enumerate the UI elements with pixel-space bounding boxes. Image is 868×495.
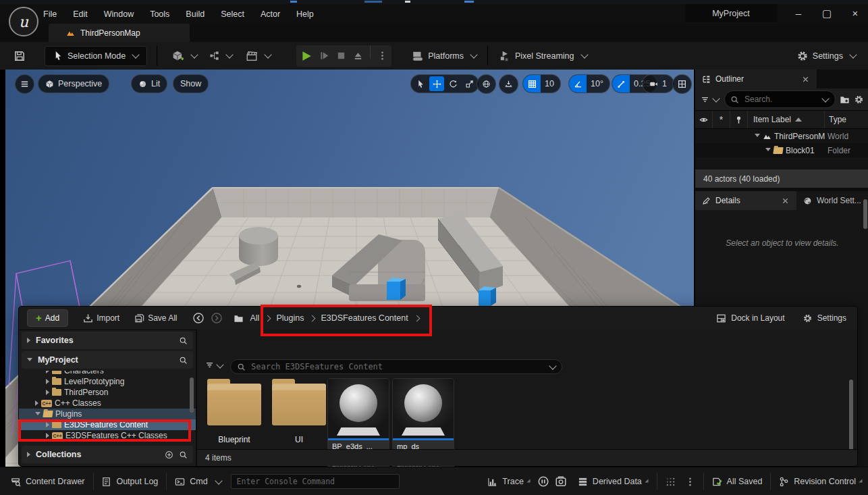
collections-section[interactable]: Collections <box>22 446 193 463</box>
close-icon[interactable] <box>801 75 810 84</box>
tree-item-thirdperson[interactable]: ThirdPerson <box>19 387 196 398</box>
pin-column-icon[interactable] <box>730 111 748 128</box>
menu-help[interactable]: Help <box>296 9 314 19</box>
snapshot-icon[interactable] <box>555 475 567 488</box>
cinematics-dropdown[interactable] <box>246 50 271 62</box>
eject-button[interactable] <box>353 51 363 61</box>
search-icon[interactable] <box>179 336 188 345</box>
derived-data-button[interactable]: Derived Data <box>578 477 649 487</box>
breadcrumb-all[interactable]: All <box>250 313 260 323</box>
camera-speed-control[interactable]: 1 <box>642 74 674 93</box>
menu-select[interactable]: Select <box>221 9 244 19</box>
visibility-column-icon[interactable] <box>695 111 713 128</box>
asset-search-input[interactable] <box>250 361 546 372</box>
tree-item-characters[interactable]: Characters <box>19 371 196 376</box>
menu-tools[interactable]: Tools <box>150 9 169 19</box>
chevron-down-icon[interactable] <box>549 362 556 369</box>
frame-skip-button[interactable] <box>319 51 329 61</box>
outliner-search-input[interactable] <box>743 94 819 105</box>
close-icon[interactable] <box>781 197 790 205</box>
close-button[interactable]: × <box>844 4 867 22</box>
outliner-search[interactable] <box>724 90 836 108</box>
menu-file[interactable]: File <box>43 9 57 19</box>
breadcrumb-plugins[interactable]: Plugins <box>276 313 304 323</box>
tree-item-levelprototyping[interactable]: LevelPrototyping <box>19 376 196 387</box>
dot-grid-icon[interactable] <box>666 477 676 487</box>
create-folder-icon[interactable] <box>840 95 850 105</box>
star-column-icon[interactable]: * <box>713 111 730 128</box>
add-actor-dropdown[interactable] <box>172 50 197 62</box>
viewport-options-button[interactable] <box>15 74 34 94</box>
blueprints-dropdown[interactable] <box>209 51 232 61</box>
outliner-filter-icon[interactable] <box>701 95 709 104</box>
maximize-button[interactable]: ▢ <box>815 4 838 22</box>
cmd-dropdown[interactable]: Cmd <box>175 477 221 487</box>
asset-search[interactable] <box>230 359 562 374</box>
world-coordinate-button[interactable] <box>477 74 496 94</box>
content-drawer-button[interactable]: Content Drawer <box>11 477 85 487</box>
angle-snap-control[interactable]: 10° <box>568 74 610 93</box>
chevron-down-icon[interactable] <box>821 95 829 102</box>
lit-dropdown[interactable]: Lit <box>131 74 167 93</box>
perspective-dropdown[interactable]: Perspective <box>38 74 109 93</box>
more-options-icon[interactable] <box>685 477 695 487</box>
menu-build[interactable]: Build <box>186 9 205 19</box>
platforms-dropdown[interactable]: Platforms <box>412 50 477 62</box>
grid-snap-control[interactable]: 10 <box>522 74 561 93</box>
favorites-section[interactable]: Favorites <box>22 332 193 349</box>
expand-arrow-icon[interactable] <box>765 148 771 154</box>
outliner-settings-gear-icon[interactable] <box>854 95 864 105</box>
tab-world-settings[interactable]: World Sett... <box>796 191 868 210</box>
insights-pause-icon[interactable] <box>537 475 549 488</box>
move-tool[interactable] <box>429 76 444 91</box>
outliner-row-block01[interactable]: Block01 Folder <box>695 143 868 157</box>
outliner-row-thirdpersonmap[interactable]: ThirdPersonM World <box>695 129 868 143</box>
tree-scrollbar[interactable] <box>190 377 194 413</box>
tab-thirdpersonmap[interactable]: ThirdPersonMap <box>49 24 190 42</box>
console-command-input[interactable] <box>231 474 400 489</box>
tree-item-cpp-classes[interactable]: C++ C++ Classes <box>19 398 196 409</box>
myproject-section[interactable]: MyProject <box>22 351 193 369</box>
add-collection-icon[interactable] <box>165 450 173 459</box>
play-button[interactable] <box>300 50 313 62</box>
selection-mode-dropdown[interactable]: Selection Mode <box>45 46 147 66</box>
tab-outliner[interactable]: Outliner <box>695 70 817 88</box>
surface-snapping-button[interactable] <box>499 74 518 94</box>
show-dropdown[interactable]: Show <box>173 74 209 93</box>
menu-window[interactable]: Window <box>104 9 134 19</box>
save-all-button[interactable]: Save All <box>134 313 177 323</box>
menu-actor[interactable]: Actor <box>261 9 280 19</box>
rotate-tool[interactable] <box>445 76 460 91</box>
save-icon[interactable] <box>13 50 26 62</box>
revision-control-button[interactable]: Revision Control <box>779 477 863 487</box>
stop-button[interactable] <box>336 51 346 61</box>
tree-item-plugins[interactable]: Plugins <box>19 409 196 419</box>
search-icon[interactable] <box>179 450 188 459</box>
drawer-settings-button[interactable]: Settings <box>803 313 846 323</box>
maximize-viewport-button[interactable] <box>672 74 692 94</box>
tree-item-e3dsfeatures-cpp-classes[interactable]: C++ E3DSFeatures C++ Classes <box>19 430 196 441</box>
breadcrumb-e3dsfeatures-content[interactable]: E3DSFeatures Content <box>321 313 408 323</box>
back-icon[interactable] <box>192 312 205 324</box>
unreal-logo[interactable]: u <box>9 7 38 36</box>
play-options-icon[interactable] <box>377 51 387 61</box>
search-icon[interactable] <box>179 356 188 365</box>
add-button[interactable]: + Add <box>27 309 68 327</box>
expand-arrow-icon[interactable] <box>755 134 760 140</box>
tab-details[interactable]: Details <box>695 191 796 210</box>
dock-in-layout-button[interactable]: Dock in Layout <box>716 313 784 323</box>
menu-edit[interactable]: Edit <box>73 9 88 19</box>
settings-dropdown[interactable]: Settings <box>796 50 856 62</box>
type-column[interactable]: Type <box>825 111 868 128</box>
trace-button[interactable]: Trace <box>487 477 531 487</box>
pixel-streaming-dropdown[interactable]: Pixel Streaming <box>499 50 587 62</box>
asset-filter-button[interactable] <box>205 361 223 369</box>
chevron-down-icon[interactable] <box>712 95 720 102</box>
outliner-scrollbar[interactable] <box>863 199 867 229</box>
forward-icon[interactable] <box>211 312 223 324</box>
minimize-button[interactable]: – <box>787 4 810 22</box>
select-tool[interactable] <box>413 76 428 91</box>
output-log-button[interactable]: Output Log <box>101 477 158 487</box>
tree-item-e3dsfeatures-content[interactable]: E3DSFeatures Content <box>19 419 196 430</box>
item-label-column[interactable]: Item Label <box>748 111 825 128</box>
